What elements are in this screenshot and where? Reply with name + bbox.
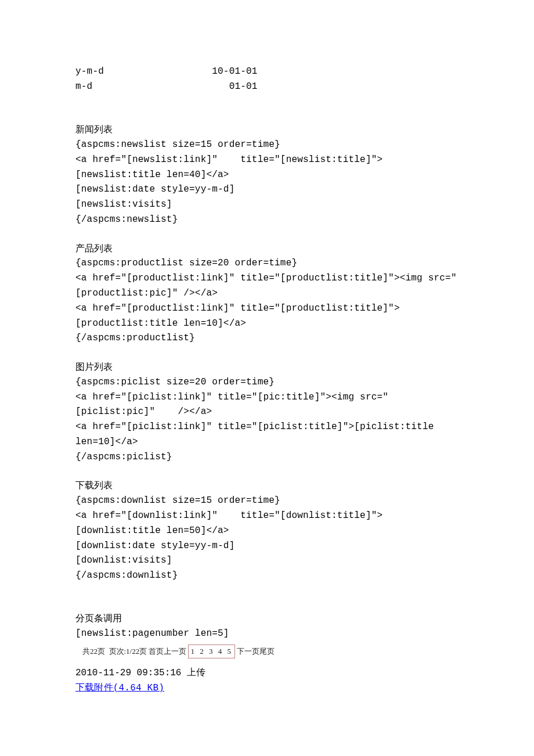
code-block-productlist: {aspcms:productlist size=20 order=time} … — [75, 258, 457, 343]
pager-prefix: 共22页 页次:1/22页 首页上一页 — [82, 646, 186, 657]
document-page: y-m-d 10-01-01 m-d 01-01 新闻列表 {aspcms:ne… — [0, 0, 534, 696]
download-attachment-link[interactable]: 下载附件(4.64 KB) — [75, 683, 164, 693]
date-format-line-2: m-d 01-01 — [75, 81, 258, 92]
code-block-piclist: {aspcms:piclist size=20 order=time} <a h… — [75, 377, 439, 462]
section-title-news: 新闻列表 — [75, 124, 113, 134]
upload-timestamp: 2010-11-29 09:35:16 上传 — [75, 668, 205, 678]
pager-numbers: 1 2 3 4 5 — [188, 645, 235, 658]
pager-preview: 共22页 页次:1/22页 首页上一页1 2 3 4 5下一页尾页 — [75, 642, 459, 661]
code-block-pager: [newslist:pagenumber len=5] — [75, 628, 229, 639]
section-title-down: 下载列表 — [75, 480, 113, 490]
code-block-newslist: {aspcms:newslist size=15 order=time} <a … — [75, 139, 383, 225]
pager-suffix: 下一页尾页 — [237, 646, 275, 657]
section-title-pager: 分页条调用 — [75, 613, 122, 623]
date-format-line-1: y-m-d 10-01-01 — [75, 66, 258, 77]
section-title-pic: 图片列表 — [75, 362, 113, 372]
code-block-downlist: {aspcms:downlist size=15 order=time} <a … — [75, 495, 383, 581]
section-title-product: 产品列表 — [75, 243, 113, 253]
